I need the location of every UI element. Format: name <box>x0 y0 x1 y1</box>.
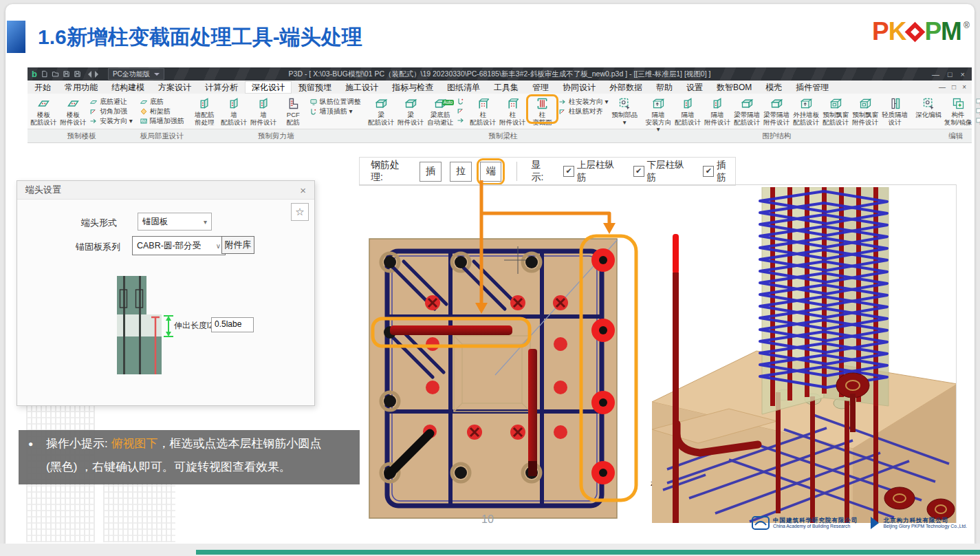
beam-wall-dots-icon <box>770 96 784 111</box>
column-section-change-button[interactable]: 柱 变截面 <box>527 94 557 126</box>
tab-external[interactable]: 外部数据 <box>602 81 649 94</box>
cladding-panel-rebar-button[interactable]: 外挂墙板 配筋设计 <box>792 94 821 126</box>
corner-strengthen-button[interactable]: 切角加强 <box>89 107 133 116</box>
detail-edit-button[interactable]: 深化编辑 <box>914 94 944 119</box>
favorite-star-button[interactable]: ☆ <box>291 203 309 221</box>
tab-moke[interactable]: 模壳 <box>759 81 789 94</box>
restore-button[interactable]: □ <box>948 70 952 78</box>
truss-rebar-button[interactable]: 桁架筋 <box>140 107 184 116</box>
lightweight-partition-button[interactable]: 轻质隔墙 设计 <box>880 94 910 126</box>
anchor-plate-series-select[interactable]: CABR-圆-部分受∨ <box>132 236 226 255</box>
wall-top-dowel-button[interactable]: 墙顶插筋 ▾ <box>309 107 361 116</box>
insert-rebar-button[interactable]: 插 <box>420 162 442 182</box>
corner-icon <box>89 107 98 116</box>
component-copy-mirror-button[interactable]: 构件 复制/镜像 <box>944 94 973 126</box>
tab-construction[interactable]: 施工设计 <box>338 81 385 94</box>
cabr-name-en: China Academy of Building Research <box>773 524 858 529</box>
wall-rebar-design-button[interactable]: 墙 配筋设计 <box>219 94 249 126</box>
partition-rebar-design-button[interactable]: 隔墙 配筋设计 <box>673 94 703 126</box>
tab-common[interactable]: 常用功能 <box>58 81 105 94</box>
bay-window-rebar-button[interactable]: 预制飘窗 配筋设计 <box>821 94 851 126</box>
horizontal-rebar-3d[interactable] <box>390 325 512 335</box>
direction-tool-icon[interactable] <box>457 116 465 125</box>
footer-logos: 中国建筑科学研究院有限公司 China Academy of Building … <box>752 516 967 530</box>
partition-accessory-design-button[interactable]: 隔墙 附件设计 <box>703 94 732 126</box>
view-3d[interactable] <box>646 187 956 523</box>
box-tool-icon[interactable] <box>975 117 980 125</box>
column-accessory-design-button[interactable]: 柱 附件设计 <box>498 94 527 126</box>
tab-start[interactable]: 开始 <box>28 81 58 94</box>
tab-collab[interactable]: 协同设计 <box>556 81 602 94</box>
tab-embed[interactable]: 预留预埋 <box>292 81 338 94</box>
tab-detailing[interactable]: 深化设计 <box>245 81 292 94</box>
rebar-line <box>123 276 125 374</box>
tab-manage[interactable]: 管理 <box>525 81 556 94</box>
minimize-button[interactable]: — <box>939 83 946 91</box>
tab-help[interactable]: 帮助 <box>649 81 679 94</box>
pcf-rebar-button[interactable]: PCF 配筋 <box>279 94 308 126</box>
tab-scheme[interactable]: 方案设计 <box>151 81 198 94</box>
column-rebar-align-button[interactable]: 柱纵筋对齐 <box>558 107 609 116</box>
bay-window-icon <box>829 96 843 111</box>
corner-tool-icon[interactable] <box>457 107 465 115</box>
partition-install-direction-button[interactable]: 隔墙 安装方向 ▾ <box>644 94 673 133</box>
close-button[interactable]: × <box>961 70 965 78</box>
save-icon[interactable] <box>63 70 70 78</box>
column-rebar-design-button[interactable]: 柱 配筋设计 <box>468 94 498 126</box>
longitudinal-rebar-adjust-button[interactable]: 纵筋位置调整 <box>309 97 361 107</box>
restore-button[interactable]: □ <box>952 83 956 91</box>
ribbon-group-precast-slab: 楼板 配筋设计 楼板 附件设计 底筋避让 切角加强 安装方向 ▾ 预制楼板 <box>28 94 135 143</box>
save-as-icon[interactable] <box>74 70 81 78</box>
pkpm-diamond-icon <box>905 21 926 42</box>
dowel-rebar-top[interactable] <box>673 234 679 274</box>
partition-strengthen-rebar-button[interactable]: 隔墙加强筋 <box>140 116 184 126</box>
bottom-rebar-avoid-button[interactable]: 底筋避让 <box>89 97 133 107</box>
beam-partition-rebar-button[interactable]: 梁带隔墙 配筋设计 <box>732 94 762 126</box>
slab-rebar-design-button[interactable]: 楼板 配筋设计 <box>29 94 58 126</box>
beam-partition-accessory-button[interactable]: 梁带隔墙 附件设计 <box>762 94 792 126</box>
tab-check[interactable]: 指标与检查 <box>385 81 440 94</box>
beam-accessory-design-button[interactable]: 梁 附件设计 <box>396 94 426 126</box>
quick-access-toolbar: b PC全功能版 <box>28 68 164 80</box>
truss-diamond-icon <box>140 107 148 116</box>
checkbox-dowel-rebar[interactable]: ✔插筋 <box>703 159 735 184</box>
precast-product-button[interactable]: 预制部品 ▾ <box>610 94 640 126</box>
wall-icon <box>197 96 212 111</box>
checkbox-lower-column-rebar[interactable]: ✔下层柱纵筋 <box>633 159 693 184</box>
tab-drawings[interactable]: 图纸清单 <box>440 81 487 94</box>
edition-dropdown[interactable]: PC全功能版 <box>108 68 164 80</box>
beam-wall-icon <box>740 96 754 111</box>
undo-icon[interactable] <box>85 71 91 78</box>
redo-icon[interactable] <box>95 71 102 78</box>
slab-accessory-design-button[interactable]: 楼板 附件设计 <box>58 94 88 126</box>
beam-rebar-design-button[interactable]: 梁 配筋设计 <box>367 94 396 126</box>
beam-bottom-auto-avoid-button[interactable]: Auto梁底筋 自动避让 <box>426 94 455 126</box>
column-install-direction-button[interactable]: 柱安装方向 ▾ <box>558 97 609 107</box>
close-button[interactable]: × <box>962 83 966 91</box>
tab-tools[interactable]: 工具集 <box>487 81 525 94</box>
dialog-title-bar[interactable]: 端头设置 × <box>17 181 314 200</box>
delete-tool-icon[interactable] <box>975 98 980 106</box>
tab-settings[interactable]: 设置 <box>679 81 710 94</box>
close-icon[interactable]: × <box>300 184 306 196</box>
hook-tool-icon[interactable] <box>457 97 465 105</box>
tab-bom[interactable]: 数智BOM <box>710 81 759 94</box>
erase-tool-icon[interactable] <box>975 107 980 116</box>
minimize-button[interactable]: — <box>932 70 939 78</box>
open-file-icon[interactable] <box>52 70 59 78</box>
cabr-name-cn: 中国建筑科学研究院有限公司 <box>773 517 858 524</box>
tab-modeling[interactable]: 结构建模 <box>105 81 151 94</box>
bay-window-accessory-button[interactable]: 预制飘窗 附件设计 <box>851 94 880 126</box>
vertical-rebar-3d[interactable] <box>528 349 537 475</box>
end-form-select[interactable]: 锚固板▾ <box>138 213 212 231</box>
install-direction-button[interactable]: 安装方向 ▾ <box>89 116 133 126</box>
glory-pkpm-logo: 北京构力科技有限公司 Beijing Glory PKPM Technology… <box>869 516 968 530</box>
tab-plugins[interactable]: 插件管理 <box>789 81 836 94</box>
new-file-icon[interactable] <box>41 70 48 78</box>
bottom-rebar-button[interactable]: 底筋 <box>140 97 184 107</box>
tab-analysis[interactable]: 计算分析 <box>198 81 245 94</box>
extend-length-input[interactable]: 0.5labe <box>211 317 254 332</box>
accessory-library-button[interactable]: 附件库 <box>221 236 254 254</box>
wall-accessory-design-button[interactable]: 墙 附件设计 <box>249 94 279 126</box>
wall-rebar-pre-button[interactable]: 墙配筋 前处理 <box>190 94 219 126</box>
